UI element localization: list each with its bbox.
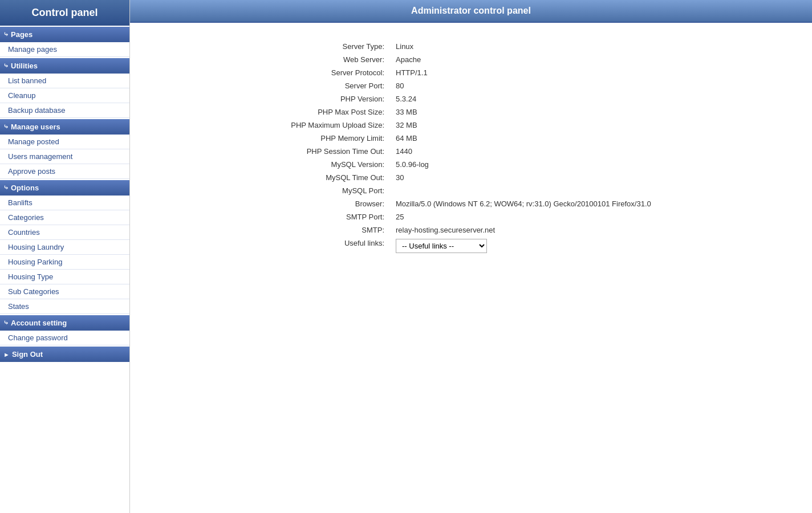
info-label: PHP Session Time Out: — [285, 145, 390, 158]
section-label: Options — [11, 184, 39, 192]
info-label: Web Server: — [285, 53, 390, 66]
section-label: Pages — [11, 30, 33, 39]
sidebar-item-approve-posts[interactable]: Approve posts — [0, 164, 129, 179]
sidebar-item-cleanup[interactable]: Cleanup — [0, 88, 129, 103]
info-row: MySQL Version:5.0.96-log — [285, 158, 657, 171]
info-value: 64 MB — [390, 132, 657, 145]
info-value: 5.3.24 — [390, 92, 657, 105]
info-row: PHP Version:5.3.24 — [285, 92, 657, 105]
info-row: Server Type:Linux — [285, 40, 657, 53]
info-row: PHP Session Time Out:1440 — [285, 145, 657, 158]
section-label: Utilities — [11, 62, 38, 70]
sidebar-item-countries[interactable]: Countries — [0, 225, 129, 240]
useful-links-select[interactable]: -- Useful links -- — [396, 239, 487, 253]
info-label: MySQL Version: — [285, 158, 390, 171]
info-value: 1440 — [390, 145, 657, 158]
sign-out-label: Sign Out — [12, 350, 43, 359]
info-label: MySQL Time Out: — [285, 171, 390, 184]
sidebar-title: Control panel — [0, 0, 129, 26]
info-row: Server Port:80 — [285, 79, 657, 92]
sign-out-button[interactable]: ► Sign Out — [0, 347, 129, 362]
info-label: PHP Version: — [285, 92, 390, 105]
info-row: SMTP Port:25 — [285, 210, 657, 223]
info-label: PHP Max Post Size: — [285, 105, 390, 119]
sign-out-chevron-icon: ► — [3, 351, 10, 358]
chevron-icon: ⤷ — [3, 31, 9, 38]
info-value — [390, 184, 657, 197]
info-value: HTTP/1.1 — [390, 66, 657, 79]
info-value: Apache — [390, 53, 657, 66]
sidebar-item-users-management[interactable]: Users management — [0, 149, 129, 164]
sidebar-item-list-banned[interactable]: List banned — [0, 74, 129, 88]
info-row: Browser:Mozilla/5.0 (Windows NT 6.2; WOW… — [285, 197, 657, 210]
info-value: 80 — [390, 79, 657, 92]
info-label: Server Protocol: — [285, 66, 390, 79]
info-label: Server Port: — [285, 79, 390, 92]
info-label: Browser: — [285, 197, 390, 210]
info-label: MySQL Port: — [285, 184, 390, 197]
sidebar: Control panel ⤷ PagesManage pages⤷ Utili… — [0, 0, 130, 513]
info-value: 25 — [390, 210, 657, 223]
sidebar-item-manage-pages[interactable]: Manage pages — [0, 42, 129, 57]
sidebar-sections: ⤷ PagesManage pages⤷ UtilitiesList banne… — [0, 27, 129, 345]
chevron-icon: ⤷ — [3, 184, 9, 192]
info-label: PHP Maximum Upload Size: — [285, 119, 390, 132]
info-row: MySQL Time Out:30 — [285, 171, 657, 184]
info-table: Server Type:LinuxWeb Server:ApacheServer… — [285, 40, 657, 255]
info-row: SMTP:relay-hosting.secureserver.net — [285, 223, 657, 237]
sidebar-section-account-setting[interactable]: ⤷ Account setting — [0, 315, 129, 331]
info-row: Useful links:-- Useful links -- — [285, 237, 657, 255]
sidebar-item-housing-laundry[interactable]: Housing Laundry — [0, 240, 129, 255]
sidebar-item-categories[interactable]: Categories — [0, 210, 129, 225]
info-row: MySQL Port: — [285, 184, 657, 197]
sidebar-section-manage-users[interactable]: ⤷ Manage users — [0, 119, 129, 135]
info-value: Mozilla/5.0 (Windows NT 6.2; WOW64; rv:3… — [390, 197, 657, 210]
info-row: Server Protocol:HTTP/1.1 — [285, 66, 657, 79]
info-value: relay-hosting.secureserver.net — [390, 223, 657, 237]
sidebar-item-banlifts[interactable]: Banlifts — [0, 196, 129, 210]
info-value: 33 MB — [390, 105, 657, 119]
sidebar-item-manage-posted[interactable]: Manage posted — [0, 135, 129, 149]
info-value: 30 — [390, 171, 657, 184]
info-row: PHP Maximum Upload Size:32 MB — [285, 119, 657, 132]
info-value: -- Useful links -- — [390, 237, 657, 255]
info-label: Useful links: — [285, 237, 390, 255]
sidebar-section-utilities[interactable]: ⤷ Utilities — [0, 58, 129, 74]
main-header: Administrator control panel — [130, 0, 812, 23]
info-value: 5.0.96-log — [390, 158, 657, 171]
sidebar-item-change-password[interactable]: Change password — [0, 331, 129, 345]
main-panel: Administrator control panel Server Type:… — [130, 0, 812, 513]
info-label: PHP Memory Limit: — [285, 132, 390, 145]
info-row: Web Server:Apache — [285, 53, 657, 66]
info-value: Linux — [390, 40, 657, 53]
info-label: Server Type: — [285, 40, 390, 53]
info-row: PHP Memory Limit:64 MB — [285, 132, 657, 145]
main-content: Server Type:LinuxWeb Server:ApacheServer… — [130, 23, 812, 513]
chevron-icon: ⤷ — [3, 123, 9, 131]
section-label: Account setting — [11, 319, 67, 327]
sidebar-section-pages[interactable]: ⤷ Pages — [0, 27, 129, 42]
section-label: Manage users — [11, 123, 60, 131]
sidebar-item-housing-type[interactable]: Housing Type — [0, 270, 129, 284]
sidebar-item-sub-categories[interactable]: Sub Categories — [0, 284, 129, 299]
sidebar-item-backup-database[interactable]: Backup database — [0, 103, 129, 118]
info-label: SMTP Port: — [285, 210, 390, 223]
chevron-icon: ⤷ — [3, 62, 9, 70]
info-row: PHP Max Post Size:33 MB — [285, 105, 657, 119]
sidebar-item-housing-parking[interactable]: Housing Parking — [0, 255, 129, 270]
sidebar-item-states[interactable]: States — [0, 299, 129, 314]
sidebar-section-options[interactable]: ⤷ Options — [0, 180, 129, 196]
chevron-icon: ⤷ — [3, 319, 9, 327]
info-label: SMTP: — [285, 223, 390, 237]
info-value: 32 MB — [390, 119, 657, 132]
